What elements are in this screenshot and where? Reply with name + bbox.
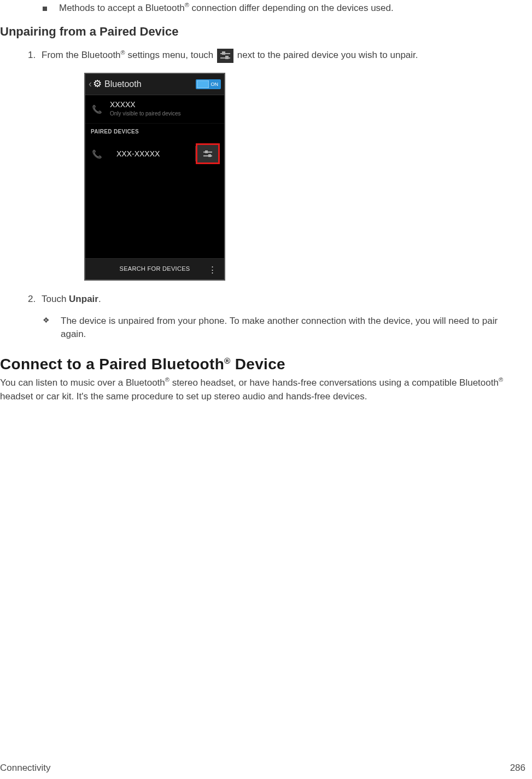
square-bullet-icon [43,7,47,11]
back-icon[interactable]: ‹ [89,77,92,91]
text-part: Connect to a Paired Bluetooth [0,356,224,373]
device-settings-button[interactable] [196,143,220,164]
text-part: settings menu, touch [125,50,216,60]
paired-section-label: PAIRED DEVICES [85,124,224,139]
phone-icon: 📞 [92,103,102,115]
text-part: Methods to accept a Bluetooth [59,3,185,13]
text-part: . [98,294,101,304]
text-part: next to the paired device you wish to un… [235,50,418,60]
text-part: connection differ depending on the devic… [189,3,394,13]
search-devices-button[interactable]: SEARCH FOR DEVICES [120,265,190,273]
gear-icon: ⚙ [93,77,102,91]
heading-connect: Connect to a Paired Bluetooth® Device [0,356,532,373]
registered-mark: ® [224,356,231,365]
page-footer: Connectivity 286 [0,763,525,774]
registered-mark: ® [121,49,125,56]
unpair-label: Unpair [69,294,98,304]
step-2: Touch Unpair. [38,293,516,306]
page-number: 286 [510,763,525,774]
result-text: The device is unpaired from your phone. … [61,315,516,341]
paired-device-name: XXX-XXXXX [116,150,195,158]
phone-icon: 📞 [92,148,102,160]
registered-mark: ® [165,377,169,383]
text-part: headset or car kit. It's the same proced… [0,391,367,402]
step-1: From the Bluetooth® settings menu, touch… [38,49,516,281]
bullet-text: Methods to accept a Bluetooth® connectio… [59,3,394,14]
footer-section: Connectivity [0,763,51,774]
sliders-icon [217,49,233,63]
own-device-row[interactable]: 📞 XXXXX Only visible to paired devices [85,95,224,124]
text-part: You can listen to music over a Bluetooth [0,377,165,388]
screen-title: Bluetooth [104,78,196,90]
registered-mark: ® [499,377,503,383]
sliders-icon [202,148,213,159]
text-part: Device [231,356,285,373]
paired-device-row[interactable]: 📞 XXX-XXXXX [85,139,224,168]
phone-footer: SEARCH FOR DEVICES ⋮ [85,258,224,280]
phone-header: ‹ ⚙ Bluetooth ON [85,74,224,95]
phone-screenshot: ‹ ⚙ Bluetooth ON 📞 XXXXX Only visible to… [84,73,225,281]
bullet-note: Methods to accept a Bluetooth® connectio… [43,3,516,14]
connect-paragraph: You can listen to music over a Bluetooth… [0,376,525,403]
heading-unpairing: Unpairing from a Paired Device [0,25,532,39]
text-part: stereo headset, or have hands-free conve… [169,377,499,388]
own-device-name: XXXXX [110,101,220,109]
diamond-bullet-icon: ❖ [43,315,50,325]
registered-mark: ® [185,2,189,8]
bluetooth-toggle[interactable]: ON [196,79,221,89]
own-device-sub: Only visible to paired devices [110,110,220,118]
overflow-menu-icon[interactable]: ⋮ [208,265,217,274]
text-part: Touch [42,294,69,304]
result-note: ❖ The device is unpaired from your phone… [43,315,516,341]
text-part: From the Bluetooth [42,50,121,60]
